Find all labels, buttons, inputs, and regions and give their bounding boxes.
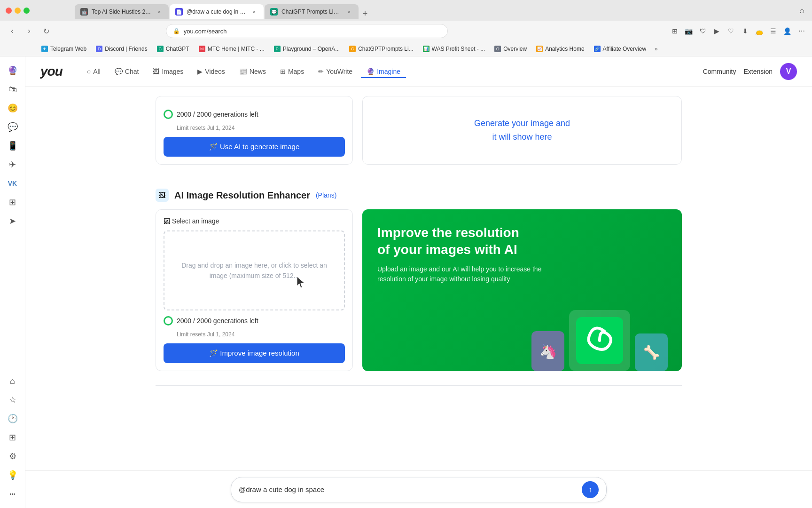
app-logo[interactable]: you xyxy=(40,64,62,79)
sidebar-arrow-icon[interactable]: ➤ xyxy=(4,213,21,230)
bookmark-analytics[interactable]: 📈 Analytics Home xyxy=(532,45,588,53)
bookmark-chatgptprompts[interactable]: C ChatGPTPrompts Li... xyxy=(345,45,417,53)
download-icon[interactable]: ⬇ xyxy=(741,26,750,36)
sidebar-settings-icon[interactable]: ⚙ xyxy=(4,448,21,465)
forward-button[interactable]: › xyxy=(23,24,36,38)
new-tab-button[interactable]: + xyxy=(359,8,371,19)
nav-news-label: News xyxy=(250,68,266,75)
tab3-close[interactable]: × xyxy=(345,8,353,16)
nav-link-chat[interactable]: 💬 Chat xyxy=(109,65,145,78)
spiral-container xyxy=(576,317,623,364)
back-button[interactable]: ‹ xyxy=(6,24,19,38)
nav-right: Community Extension V xyxy=(703,63,797,80)
maximize-window-button[interactable] xyxy=(23,8,30,14)
sidebar-shop-icon[interactable]: 🛍 xyxy=(4,81,21,98)
chatgptprompts-favicon: C xyxy=(349,46,356,52)
browser-tab-3[interactable]: 💬 ChatGPT Prompts Librar... × xyxy=(265,4,359,19)
nav-link-imagine[interactable]: 🔮 Imagine xyxy=(361,65,406,78)
main-search-input[interactable] xyxy=(239,485,576,493)
sidebar-vk-icon[interactable]: VK xyxy=(4,175,21,192)
plans-link[interactable]: (Plans) xyxy=(316,191,336,199)
bottom-bar: ↑ xyxy=(25,470,812,508)
bookmark-mtc[interactable]: M MTC Home | MITC - ... xyxy=(195,45,268,53)
nav-link-youwrite[interactable]: ✏ YouWrite xyxy=(312,65,358,78)
bookmark-telegram[interactable]: ✈ Telegram Web xyxy=(38,45,90,53)
extra-icon[interactable]: ⋯ xyxy=(797,26,806,36)
nav-extension[interactable]: Extension xyxy=(744,68,773,75)
address-text: you.com/search xyxy=(184,28,227,35)
image-generator-section: 2000 / 2000 generations left Limit reset… xyxy=(156,96,682,165)
profile-icon[interactable]: 👤 xyxy=(783,26,792,36)
nav-community[interactable]: Community xyxy=(703,68,736,75)
address-bar-row: ‹ › ↻ 🔒 you.com/search ⊞ 📷 🛡 ▶ ♡ ⬇ 👝 ☰ 👤… xyxy=(0,21,812,41)
screenshot-icon[interactable]: 📷 xyxy=(684,26,694,36)
bookmark-playground[interactable]: P Playground – OpenA... xyxy=(270,45,344,53)
heart-icon[interactable]: ♡ xyxy=(726,26,736,36)
reload-button[interactable]: ↻ xyxy=(39,24,53,38)
section-divider xyxy=(156,179,682,179)
sidebar-ai-icon[interactable]: 🔮 xyxy=(4,62,21,79)
bookmark-discord[interactable]: D Discord | Friends xyxy=(92,45,151,53)
sidebar-telegram-icon[interactable]: ✈ xyxy=(4,156,21,173)
upload-dropzone[interactable]: Drag and drop an image here, or click to… xyxy=(164,230,345,310)
promo-img-main xyxy=(569,310,630,371)
bookmark-discord-label: Discord | Friends xyxy=(105,46,147,52)
top-nav: you ○ All 💬 Chat 🖼 Images ▶ Videos xyxy=(25,56,812,87)
search-submit-button[interactable]: ↑ xyxy=(582,481,599,498)
nav-link-videos[interactable]: ▶ Videos xyxy=(192,65,231,78)
content-wrapper: 2000 / 2000 generations left Limit reset… xyxy=(137,87,701,405)
browser-tab-2[interactable]: 📄 @draw a cute dog in sp... × xyxy=(170,4,264,19)
sidebar-apps-icon[interactable]: ⊞ xyxy=(4,429,21,446)
images-icon: 🖼 xyxy=(153,68,159,75)
title-bar: 🤖 Top AI Side Hustles 202... × 📄 @draw a… xyxy=(0,0,812,21)
user-avatar[interactable]: V xyxy=(780,63,797,80)
wallet-icon[interactable]: 👝 xyxy=(755,26,764,36)
menu-icon[interactable]: ☰ xyxy=(769,26,778,36)
bookmark-chatgpt[interactable]: C ChatGPT xyxy=(153,45,193,53)
shield-icon[interactable]: 🛡 xyxy=(698,26,708,36)
bookmark-was[interactable]: 📊 WAS Profit Sheet - ... xyxy=(419,45,489,53)
bookmark-was-label: WAS Profit Sheet - ... xyxy=(432,46,485,52)
sidebar-message-icon[interactable]: 💬 xyxy=(4,119,21,135)
sidebar-bulb-icon[interactable]: 💡 xyxy=(4,467,21,484)
bookmark-affiliate[interactable]: 🔗 Affiliate Overview xyxy=(590,45,650,53)
sidebar-home-icon[interactable]: ⌂ xyxy=(4,373,21,389)
sidebar-grid-icon[interactable]: ⊞ xyxy=(4,194,21,211)
browser-chrome: 🤖 Top AI Side Hustles 202... × 📄 @draw a… xyxy=(0,0,812,56)
nav-link-all[interactable]: ○ All xyxy=(81,65,106,78)
sidebar-star-icon[interactable]: ☆ xyxy=(4,391,21,408)
browser-toolbar: ⊞ 📷 🛡 ▶ ♡ ⬇ 👝 ☰ 👤 ⋯ xyxy=(670,26,806,36)
promo-img-1: 🦄 xyxy=(531,331,564,371)
upload-area-text: Drag and drop an image here, or click to… xyxy=(164,251,344,291)
use-ai-generate-button[interactable]: 🪄 Use AI to generate image xyxy=(164,137,345,157)
play-icon[interactable]: ▶ xyxy=(712,26,722,36)
close-window-button[interactable] xyxy=(6,8,12,14)
address-bar[interactable]: 🔒 you.com/search xyxy=(166,24,448,38)
improve-resolution-button[interactable]: 🪄 Improve image resolution xyxy=(164,343,345,363)
nav-link-news[interactable]: 📰 News xyxy=(234,65,272,78)
nav-link-maps[interactable]: ⊞ Maps xyxy=(274,65,310,78)
bookmark-overview[interactable]: O Overview xyxy=(491,45,531,53)
minimize-window-button[interactable] xyxy=(15,8,21,14)
sidebar-face-icon[interactable]: 😊 xyxy=(4,100,21,117)
nav-youwrite-label: YouWrite xyxy=(326,68,352,75)
tab3-title: ChatGPT Prompts Librar... xyxy=(281,8,342,15)
extensions-icon[interactable]: ⊞ xyxy=(670,26,679,36)
bookmarks-more[interactable]: » xyxy=(652,45,661,53)
lock-icon: 🔒 xyxy=(173,28,180,34)
sidebar-whatsapp-icon[interactable]: 📱 xyxy=(4,137,21,154)
overview-favicon: O xyxy=(494,46,501,52)
sidebar-more-icon[interactable]: ••• xyxy=(4,485,21,502)
res-gen-reset: Limit resets Jul 1, 2024 xyxy=(177,331,345,338)
tab2-close[interactable]: × xyxy=(250,8,258,16)
tab1-close[interactable]: × xyxy=(156,8,163,16)
browser-tab-1[interactable]: 🤖 Top AI Side Hustles 202... × xyxy=(75,4,169,19)
bookmark-affiliate-label: Affiliate Overview xyxy=(603,46,646,52)
main-content: you ○ All 💬 Chat 🖼 Images ▶ Videos xyxy=(25,56,812,508)
chatgpt-favicon: C xyxy=(157,46,164,52)
gen-placeholder: Generate your image andit will show here xyxy=(474,117,570,144)
browser-search-icon[interactable]: ⌕ xyxy=(797,6,806,15)
nav-link-images[interactable]: 🖼 Images xyxy=(147,65,189,78)
sidebar-history-icon[interactable]: 🕐 xyxy=(4,410,21,427)
traffic-lights xyxy=(6,8,30,14)
